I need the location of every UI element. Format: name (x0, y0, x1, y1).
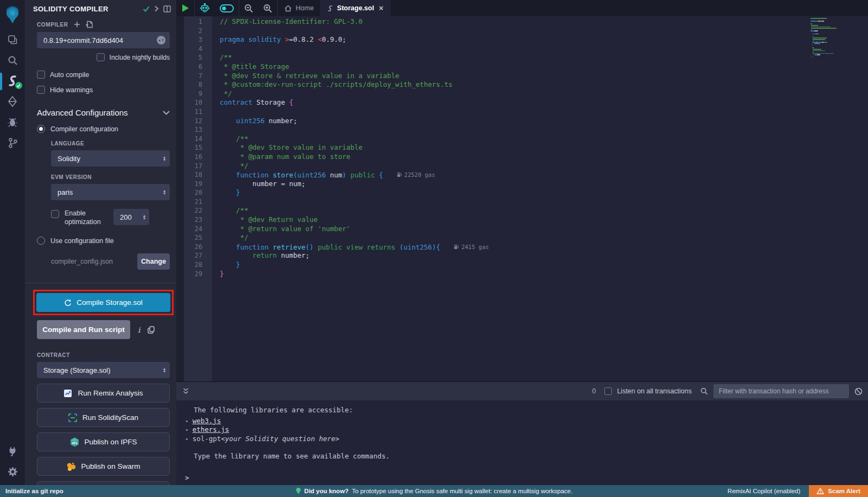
code-line[interactable] (220, 44, 868, 54)
code-line[interactable]: * @dev Store value in variable (220, 143, 868, 152)
remix-logo[interactable] (0, 1, 25, 29)
line-number[interactable]: 4 (184, 44, 202, 54)
line-number[interactable]: 18 (184, 170, 202, 180)
line-number[interactable]: 23 (184, 215, 202, 225)
code-line[interactable]: * @return value of 'number' (220, 225, 868, 234)
panel-icon[interactable] (163, 5, 171, 12)
line-number[interactable]: 29 (184, 270, 202, 279)
code-content[interactable]: // SPDX-License-Identifier: GPL-3.0 prag… (212, 16, 868, 381)
line-number[interactable]: 14 (184, 135, 202, 144)
collapse-chevrons-icon[interactable] (183, 388, 189, 394)
line-number[interactable]: 1 (184, 17, 202, 27)
code-line[interactable]: } (220, 260, 868, 270)
line-number[interactable]: 19 (184, 180, 202, 189)
config-filename[interactable]: compiler_config.json (37, 258, 137, 265)
code-line[interactable]: // SPDX-License-Identifier: GPL-3.0 (220, 17, 868, 27)
code-line[interactable]: */ (220, 90, 868, 99)
code-line[interactable]: * @custom:dev-run-script ./scripts/deplo… (220, 80, 868, 90)
tab-storage-sol[interactable]: Storage.sol × (321, 0, 390, 16)
code-line[interactable]: pragma solidity >=0.8.2 <0.9.0; (220, 35, 868, 44)
line-number[interactable]: 3 (184, 35, 202, 44)
auto-compile-checkbox[interactable] (37, 71, 45, 79)
line-number-gutter[interactable]: 1234567891011121314151617181920212223242… (184, 16, 212, 381)
compile-button[interactable]: Compile Storage.sol (36, 293, 170, 312)
line-number[interactable]: 15 (184, 143, 202, 152)
code-line[interactable]: */ (220, 162, 868, 171)
ai-toggle[interactable] (215, 0, 239, 16)
code-line[interactable] (220, 125, 868, 135)
line-number[interactable]: 25 (184, 233, 202, 243)
file-explorer-icon[interactable] (0, 29, 25, 50)
code-line[interactable]: * @param num value to store (220, 152, 868, 162)
solidity-compiler-icon[interactable] (0, 71, 25, 91)
line-number[interactable]: 21 (184, 197, 202, 207)
editor-minimap[interactable] (810, 18, 860, 59)
code-line[interactable]: function retrieve() public view returns … (220, 243, 868, 252)
terminal-prompt[interactable]: > (185, 474, 868, 482)
search-icon[interactable] (0, 50, 25, 71)
compiler-version-select[interactable]: 0.8.19+commit.7dd6d404 ▲▼ (37, 32, 170, 48)
line-number[interactable]: 5 (184, 53, 202, 62)
use-configuration-file-radio[interactable] (37, 237, 45, 245)
evm-version-select[interactable]: paris ▴▾ (51, 184, 170, 200)
publish-on-swarm-button[interactable]: Publish on Swarm (37, 457, 170, 476)
line-number[interactable]: 22 (184, 206, 202, 215)
ban-icon[interactable] (854, 387, 863, 396)
code-line[interactable]: /** (220, 206, 868, 215)
line-number[interactable]: 16 (184, 152, 202, 162)
zoom-in-icon[interactable] (258, 0, 277, 16)
code-editor[interactable]: 1234567891011121314151617181920212223242… (176, 16, 868, 381)
code-line[interactable]: * @dev Store & retrieve value in a varia… (220, 72, 868, 81)
terminal-output[interactable]: The following libraries are accessible: … (176, 400, 868, 485)
close-icon[interactable]: × (379, 4, 383, 12)
line-number[interactable]: 9 (184, 90, 202, 99)
code-line[interactable]: uint256 number; (220, 117, 868, 126)
optimization-runs-input[interactable]: 200 ▴▾ (113, 209, 149, 225)
code-line[interactable]: } (220, 270, 868, 279)
code-line[interactable]: * @dev Return value (220, 215, 868, 225)
scam-alert-button[interactable]: Scam Alert (809, 485, 868, 497)
code-line[interactable]: contract Storage { (220, 98, 868, 107)
code-line[interactable]: } (220, 188, 868, 197)
contract-select[interactable]: Storage (Storage.sol) ▴▾ (37, 362, 170, 378)
line-number[interactable]: 8 (184, 80, 202, 90)
ai-robot-icon[interactable] (195, 0, 215, 16)
code-line[interactable] (220, 197, 868, 207)
code-line[interactable]: /** (220, 53, 868, 62)
line-number[interactable]: 26 (184, 243, 202, 252)
deploy-run-icon[interactable] (0, 91, 25, 112)
settings-icon[interactable] (0, 461, 25, 482)
change-config-button[interactable]: Change (137, 253, 170, 270)
line-number[interactable]: 6 (184, 62, 202, 72)
advanced-configurations-header[interactable]: Advanced Configurations (37, 108, 170, 117)
copilot-status[interactable]: RemixAI Copilot (enabled) (727, 488, 800, 494)
code-line[interactable] (220, 107, 868, 117)
line-number[interactable]: 7 (184, 72, 202, 81)
line-number[interactable]: 10 (184, 98, 202, 107)
transaction-filter-input[interactable] (713, 384, 849, 398)
terminal-library-item[interactable]: web3.js (185, 417, 868, 426)
line-number[interactable]: 13 (184, 125, 202, 135)
play-icon[interactable] (176, 0, 194, 16)
compilation-details-button[interactable]: Compilation Details (37, 481, 170, 485)
include-nightly-checkbox[interactable] (97, 53, 105, 61)
line-number[interactable]: 11 (184, 107, 202, 117)
tab-home[interactable]: Home (278, 0, 321, 16)
run-remix-analysis-button[interactable]: Run Remix Analysis (37, 384, 170, 403)
listen-transactions-checkbox[interactable] (604, 387, 612, 395)
git-icon[interactable] (0, 132, 25, 153)
code-line[interactable] (220, 27, 868, 36)
git-init-status[interactable]: Initialize as git repo (0, 488, 63, 494)
code-line[interactable]: return number; (220, 251, 868, 260)
code-line[interactable]: number = num; (220, 180, 868, 189)
compiler-configuration-radio[interactable] (37, 125, 45, 133)
language-select[interactable]: Solidity ▴▾ (51, 150, 170, 167)
line-number[interactable]: 28 (184, 260, 202, 270)
line-number[interactable]: 27 (184, 251, 202, 260)
line-number[interactable]: 24 (184, 225, 202, 234)
run-solidityscan-button[interactable]: Run SolidityScan (37, 408, 170, 427)
enable-optimization-checkbox[interactable] (51, 210, 59, 218)
code-line[interactable]: */ (220, 233, 868, 243)
zoom-out-icon[interactable] (239, 0, 258, 16)
publish-on-ipfs-button[interactable]: IPFS Publish on IPFS (37, 432, 170, 451)
